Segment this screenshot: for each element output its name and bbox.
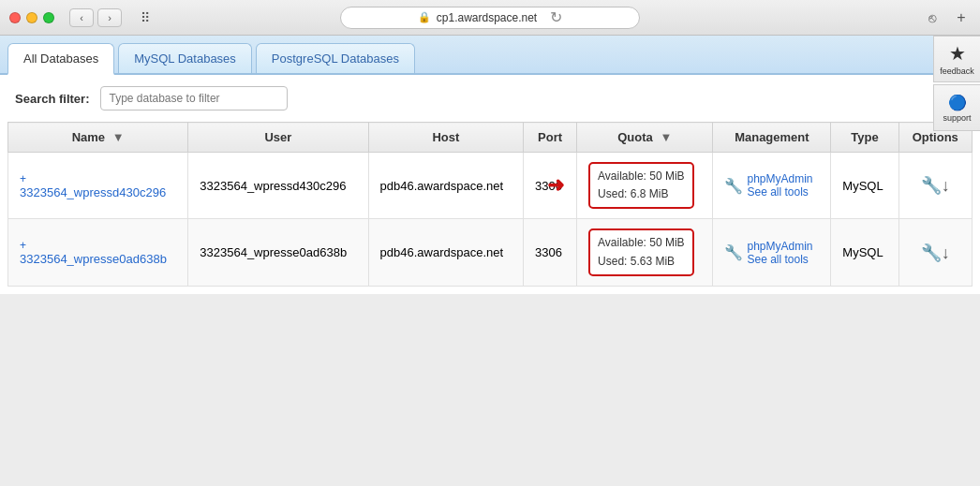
title-bar: ‹ › ⠿ 🔒 cp1.awardspace.net ↻ ⎋ +: [0, 0, 980, 36]
sidebar-buttons: ★ feedback 🔵 support: [933, 36, 980, 131]
phpmyadmin-link-1[interactable]: phpMyAdmin: [747, 172, 812, 185]
quota-available-1: Available: 50 MiB: [598, 168, 685, 185]
quota-sort-arrow: ▼: [660, 130, 672, 144]
db-link-1[interactable]: 3323564_wpressd430c296: [20, 185, 166, 199]
quota-used-2: Used: 5.63 MiB: [598, 253, 685, 271]
cell-options-1: 🔧↓: [898, 153, 972, 219]
col-header-user: User: [188, 123, 368, 153]
forward-button[interactable]: ›: [97, 8, 122, 27]
search-input[interactable]: [100, 86, 288, 110]
new-tab-button[interactable]: +: [952, 8, 971, 27]
tabs-bar: All Databases MySQL Databases PostgreSQL…: [0, 36, 980, 75]
db-link-2[interactable]: 3323564_wpresse0ad638b: [20, 252, 167, 266]
options-icon-2[interactable]: 🔧↓: [921, 243, 950, 262]
table-wrapper: Name ▼ User Host Port Quot: [0, 122, 980, 294]
cell-name-1: + 3323564_wpressd430c296: [8, 153, 188, 219]
cell-management-1: 🔧 phpMyAdmin See all tools: [713, 153, 831, 219]
databases-table: Name ▼ User Host Port Quot: [7, 122, 973, 287]
nav-buttons: ‹ ›: [69, 8, 122, 27]
support-button[interactable]: 🔵 support: [933, 84, 980, 131]
col-header-quota[interactable]: Quota ▼: [577, 123, 713, 153]
share-button[interactable]: ⎋: [920, 8, 944, 27]
table-container: Name ▼ User Host Port Quot: [7, 122, 973, 287]
see-all-tools-link-1[interactable]: See all tools: [747, 185, 812, 199]
cell-port-2: 3306: [524, 219, 577, 286]
back-button[interactable]: ‹: [69, 8, 94, 27]
cell-options-2: 🔧↓: [898, 219, 972, 286]
col-header-type: Type: [831, 123, 898, 153]
support-icon: 🔵: [948, 94, 967, 111]
feedback-icon: ★: [949, 42, 966, 65]
cell-name-2: + 3323564_wpresse0ad638b: [8, 219, 188, 286]
red-arrow-1: ➜: [547, 173, 564, 198]
feedback-label: feedback: [940, 66, 974, 76]
cell-host-1: pdb46.awardspace.net: [368, 153, 524, 219]
main-content: ★ feedback 🔵 support All Databases MySQL…: [0, 36, 980, 294]
minimize-button[interactable]: [26, 12, 37, 23]
phpmyadmin-link-2[interactable]: phpMyAdmin: [747, 240, 812, 253]
reload-icon[interactable]: ↻: [550, 8, 562, 26]
cell-quota-1: Available: 50 MiB Used: 6.8 MiB ➜: [577, 153, 713, 219]
cell-type-2: MySQL: [831, 219, 898, 286]
address-bar-container: 🔒 cp1.awardspace.net ↻: [340, 7, 640, 29]
add-icon-1[interactable]: +: [20, 172, 176, 185]
tab-postgresql-databases[interactable]: PostgreSQL Databases: [256, 43, 415, 73]
traffic-lights: [9, 12, 54, 23]
col-header-name[interactable]: Name ▼: [8, 123, 188, 153]
col-header-port: Port: [524, 123, 577, 153]
table-row: + 3323564_wpresse0ad638b 3323564_wpresse…: [8, 219, 973, 286]
col-header-management: Management: [713, 123, 831, 153]
cell-type-1: MySQL: [831, 153, 898, 219]
cell-management-2: 🔧 phpMyAdmin See all tools: [713, 219, 831, 286]
lock-icon: 🔒: [418, 11, 431, 23]
see-all-tools-link-2[interactable]: See all tools: [747, 253, 812, 266]
add-icon-2[interactable]: +: [20, 239, 176, 252]
search-bar: Search filter:: [0, 75, 980, 122]
cell-user-2: 3323564_wpresse0ad638b: [188, 219, 368, 286]
table-row: + 3323564_wpressd430c296 3323564_wpressd…: [8, 153, 973, 219]
mgmt-icon-2: 🔧: [724, 243, 743, 261]
maximize-button[interactable]: [43, 12, 54, 23]
name-sort-arrow: ▼: [112, 130, 125, 144]
address-bar[interactable]: 🔒 cp1.awardspace.net ↻: [340, 7, 640, 29]
quota-available-2: Available: 50 MiB: [598, 234, 685, 252]
support-label: support: [943, 113, 971, 123]
tab-all-databases[interactable]: All Databases: [7, 43, 114, 75]
search-label: Search filter:: [15, 92, 89, 106]
quota-used-1: Used: 6.8 MiB: [598, 185, 685, 203]
url-text: cp1.awardspace.net: [437, 11, 537, 24]
tab-mysql-databases[interactable]: MySQL Databases: [118, 43, 252, 73]
cell-user-1: 3323564_wpressd430c296: [188, 153, 368, 219]
close-button[interactable]: [9, 12, 21, 23]
cell-host-2: pdb46.awardspace.net: [368, 219, 524, 286]
options-icon-1[interactable]: 🔧↓: [921, 176, 950, 195]
title-bar-right: ⎋ +: [920, 8, 971, 27]
grid-icon[interactable]: ⠿: [141, 10, 150, 25]
col-header-host: Host: [368, 123, 524, 153]
feedback-button[interactable]: ★ feedback: [933, 36, 980, 82]
mgmt-icon-1: 🔧: [724, 177, 743, 195]
cell-quota-2: Available: 50 MiB Used: 5.63 MiB: [577, 219, 713, 286]
